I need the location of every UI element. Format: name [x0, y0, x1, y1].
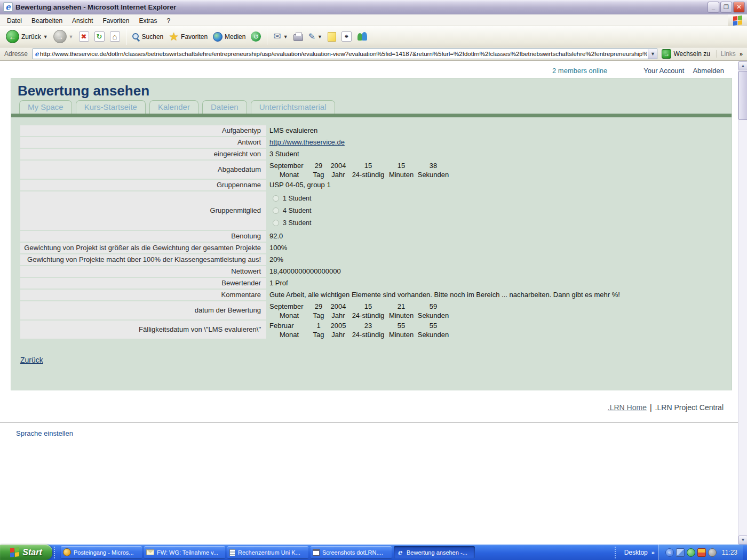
mail-button[interactable]: ✉ ▼ — [271, 29, 290, 44]
address-input[interactable] — [39, 50, 648, 58]
date-unit-label: Sekunden — [417, 310, 450, 319]
row-label: Aufgabentyp — [20, 125, 266, 136]
table-row: Gewichtung von Projekt ist größer als di… — [20, 243, 732, 253]
tab-my-space[interactable]: My Space — [19, 100, 72, 114]
radio-option-label: 1 Student — [283, 195, 312, 202]
taskbar-task-bewertung-ansehen[interactable]: eBewertung ansehen -... — [394, 546, 475, 558]
lrn-project-central-link[interactable]: .LRN Project Central — [655, 403, 724, 412]
footer-separator: | — [650, 403, 652, 412]
tray-hide-icons-icon[interactable]: « — [665, 548, 674, 557]
date-widget: September292004152159MonatTagJahr24-stün… — [269, 302, 450, 319]
tab-unterrichtsmaterial[interactable]: Unterrichtsmaterial — [251, 100, 335, 114]
table-row: eingereicht von3 Student — [20, 149, 732, 159]
table-row: GruppennameUSP 04-05, group 1 — [20, 180, 732, 190]
your-account-link[interactable]: Your Account — [643, 67, 684, 75]
menu-item-favoriten[interactable]: Favoriten — [98, 15, 134, 26]
radio-option-3-student[interactable]: 3 Student — [273, 219, 312, 227]
desktop-chevron-icon[interactable]: » — [651, 549, 655, 556]
edit-button[interactable]: ✎ ▼ — [306, 30, 325, 43]
forward-dropdown-icon: ▼ — [69, 34, 74, 39]
messenger-button[interactable] — [354, 30, 370, 43]
start-button[interactable]: Start — [0, 545, 52, 560]
research-button[interactable]: ⁕ — [339, 30, 354, 43]
desktop-label: Desktop — [624, 549, 648, 556]
print-button[interactable] — [291, 30, 306, 43]
members-online-link[interactable]: 2 members online — [552, 67, 607, 75]
forward-icon: → — [53, 30, 67, 43]
desktop-toolbar-handle[interactable] — [615, 547, 619, 558]
search-button[interactable]: Suchen — [130, 31, 166, 42]
forward-button[interactable]: → ▼ — [51, 28, 76, 45]
logout-link[interactable]: Abmelden — [693, 67, 724, 75]
radio-option-1-student[interactable]: 1 Student — [273, 195, 312, 202]
mail-icon: ✉ — [273, 31, 281, 42]
close-button[interactable]: ✕ — [733, 2, 745, 13]
taskbar-task-screenshots-dotlrn[interactable]: Screenshots dotLRN.... — [311, 546, 392, 558]
scroll-up-icon[interactable]: ▲ — [738, 61, 747, 70]
start-windows-flag-icon — [10, 547, 19, 557]
mail-dropdown-icon[interactable]: ▼ — [283, 34, 288, 39]
tray-status-icon[interactable] — [708, 548, 717, 557]
menu-item-extras[interactable]: Extras — [134, 15, 162, 26]
task-label: Posteingang - Micros... — [74, 549, 142, 556]
back-page-link[interactable]: Zurück — [20, 356, 43, 364]
menu-item-datei[interactable]: Datei — [2, 15, 27, 26]
date-unit-label: Jahr — [328, 170, 348, 179]
history-button[interactable]: ↺ — [248, 30, 264, 43]
menu-item-ansicht[interactable]: Ansicht — [67, 15, 98, 26]
scrollbar-thumb[interactable] — [738, 71, 747, 120]
table-row: KommentareGute Arbeit, alle wichtigen El… — [20, 290, 732, 300]
radio-option-4-student[interactable]: 4 Student — [273, 207, 312, 214]
ie-icon: e — [396, 548, 404, 556]
vertical-scrollbar[interactable]: ▲ ▼ — [738, 61, 747, 545]
date-unit-label: Minuten — [388, 170, 415, 179]
back-button[interactable]: ← Zurück ▼ — [3, 28, 51, 45]
favorites-button[interactable]: ★ Favoriten — [166, 30, 210, 43]
row-label: Gewichtung von Projekte macht über 100% … — [20, 254, 266, 265]
history-icon: ↺ — [251, 31, 261, 42]
taskbar-task-rechenzentrum-uni-k[interactable]: Rechenzentrum Uni K... — [227, 546, 308, 558]
answer-url-link[interactable]: http://www.theservice.de — [269, 138, 345, 146]
table-row: Antworthttp://www.theservice.de — [20, 137, 732, 148]
go-arrow-icon: → — [662, 49, 671, 59]
language-settings-link[interactable]: Sprache einstellen — [16, 429, 73, 437]
edit-dropdown-icon[interactable]: ▼ — [317, 34, 322, 39]
row-label: datum der Bewertung — [20, 301, 266, 319]
tray-globe-icon[interactable] — [687, 548, 695, 557]
radio-option-label: 4 Student — [283, 207, 312, 214]
minimize-button[interactable]: _ — [708, 2, 719, 13]
lrn-home-link[interactable]: .LRN Home — [608, 403, 647, 412]
address-label: Adresse — [2, 50, 30, 58]
stop-button[interactable]: ✖ — [76, 30, 92, 43]
go-button[interactable]: → Wechseln zu — [660, 49, 713, 59]
tray-security-icon[interactable] — [697, 548, 706, 557]
links-chevron-icon[interactable]: » — [740, 51, 745, 57]
taskbar-task-fw-wg-teilnahme-v[interactable]: FW: WG: Teilnahme v... — [144, 546, 225, 558]
row-value: LMS evaluieren — [266, 125, 317, 136]
tab-dateien[interactable]: Dateien — [202, 100, 247, 114]
date-value: 29 — [311, 302, 326, 310]
restore-button[interactable]: ❐ — [720, 2, 732, 13]
discuss-button[interactable] — [325, 30, 339, 43]
date-unit-label: Sekunden — [417, 170, 450, 179]
date-unit-label: Jahr — [328, 310, 348, 319]
search-icon — [132, 33, 140, 41]
address-dropdown-icon[interactable]: ▼ — [648, 49, 657, 59]
tab-kalender[interactable]: Kalender — [149, 100, 198, 114]
tab-kurs-startseite[interactable]: Kurs-Startseite — [76, 100, 146, 114]
taskbar-task-posteingang-micros[interactable]: Posteingang - Micros... — [61, 546, 142, 558]
messenger-icon — [357, 32, 368, 42]
tray-network-icon[interactable] — [676, 548, 685, 557]
window-icon — [313, 549, 320, 556]
refresh-button[interactable]: ↻ — [92, 30, 107, 43]
taskbar-drag-handle[interactable] — [54, 547, 58, 558]
date-unit-label: Tag — [311, 310, 326, 319]
table-row: Bewertender1 Prof — [20, 278, 732, 289]
menu-item-[interactable]: ? — [162, 15, 175, 26]
home-button[interactable]: ⌂ — [107, 30, 123, 43]
radio-button-icon — [273, 207, 279, 214]
media-button[interactable]: Medien — [210, 30, 248, 43]
menu-item-bearbeiten[interactable]: Bearbeiten — [27, 15, 67, 26]
back-dropdown-icon[interactable]: ▼ — [43, 34, 48, 39]
scroll-down-icon[interactable]: ▼ — [738, 535, 747, 545]
